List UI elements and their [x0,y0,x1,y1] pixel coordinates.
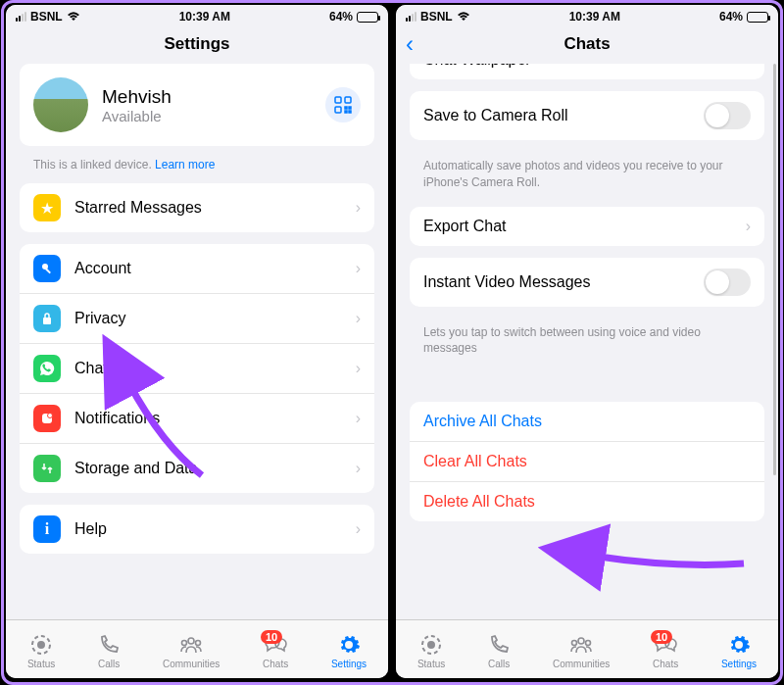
help-row[interactable]: i Help › [20,505,374,554]
chevron-right-icon: › [356,460,361,477]
save-camera-roll-note: Automatically save photos and videos you… [410,152,764,207]
chats-badge: 10 [261,630,282,644]
info-icon: i [33,515,61,543]
tab-status[interactable]: Status [27,633,55,669]
tab-status[interactable]: Status [417,633,445,669]
tab-calls[interactable]: Calls [98,633,120,669]
chevron-right-icon: › [356,199,361,217]
tab-chats[interactable]: Chats 10 [263,633,288,669]
chats-badge: 10 [651,630,672,644]
tab-calls[interactable]: Calls [488,633,510,669]
qr-code-button[interactable] [325,87,361,122]
privacy-row[interactable]: Privacy › [20,294,374,344]
clock: 10:39 AM [179,10,230,24]
chevron-right-icon: › [356,310,361,327]
svg-rect-2 [335,107,341,113]
chats-settings-screen: BSNL 10:39 AM 64% ‹ Chats Chat Wallpaper… [396,5,778,678]
svg-point-16 [196,641,201,646]
calls-icon [488,633,510,657]
signal-icon [16,12,26,22]
status-bar: BSNL 10:39 AM 64% [6,5,388,24]
key-icon [33,255,61,282]
wifi-icon [67,10,80,24]
export-chat-row[interactable]: Export Chat › [410,207,764,246]
wifi-icon [457,10,470,24]
tab-bar: Status Calls Communities Chats 10 Settin… [6,619,388,678]
avatar [33,77,88,132]
whatsapp-icon [33,355,61,382]
chevron-right-icon: › [356,520,361,538]
battery-percent: 64% [329,10,353,24]
storage-row[interactable]: Storage and Data › [20,444,374,493]
lock-icon [33,305,61,332]
tab-chats[interactable]: Chats 10 [653,633,678,669]
svg-rect-5 [345,111,347,113]
svg-rect-6 [349,111,351,113]
chevron-right-icon: › [356,260,361,277]
svg-point-20 [578,638,584,644]
storage-icon [33,455,61,482]
nav-bar: Settings [6,24,388,64]
svg-point-13 [38,642,44,648]
archive-all-chats-row[interactable]: Archive All Chats [410,402,764,442]
svg-rect-1 [345,97,351,103]
svg-point-11 [48,414,53,418]
starred-messages-row[interactable]: ★ Starred Messages › [20,183,374,232]
carrier-label: BSNL [420,10,453,24]
calls-icon [98,633,120,657]
status-bar: BSNL 10:39 AM 64% [396,5,778,24]
battery-icon [747,12,768,23]
chats-row[interactable]: Chats › [20,344,374,394]
save-camera-roll-row[interactable]: Save to Camera Roll [410,91,764,140]
instant-video-note: Lets you tap to switch between using voi… [410,318,764,373]
profile-status: Available [102,108,325,124]
save-camera-roll-toggle[interactable] [704,102,751,129]
battery-icon [357,12,378,23]
tab-bar: Status Calls Communities Chats 10 Settin… [396,619,778,678]
chevron-right-icon: › [356,410,361,427]
profile-name: Mehvish [102,86,325,108]
svg-point-17 [346,642,352,648]
svg-point-22 [586,641,591,646]
delete-all-chats-row[interactable]: Delete All Chats [410,482,764,521]
chevron-right-icon: › [356,360,361,377]
account-row[interactable]: Account › [20,244,374,294]
svg-point-23 [736,642,742,648]
clear-all-chats-row[interactable]: Clear All Chats [410,442,764,482]
linked-device-note: This is a linked device. Learn more [20,158,374,183]
gear-icon [337,633,361,657]
settings-screen: BSNL 10:39 AM 64% Settings Mehvish Avail… [6,5,388,678]
svg-rect-4 [349,107,351,109]
notifications-icon [33,405,61,432]
svg-point-15 [182,641,187,646]
notifications-row[interactable]: Notifications › [20,394,374,444]
clock: 10:39 AM [569,10,620,24]
gear-icon [727,633,751,657]
instant-video-toggle[interactable] [704,269,751,296]
status-icon [419,633,443,657]
tab-communities[interactable]: Communities [553,633,610,669]
tab-settings[interactable]: Settings [721,633,757,669]
learn-more-link[interactable]: Learn more [155,158,215,171]
page-title: Chats [564,34,610,54]
tab-communities[interactable]: Communities [163,633,220,669]
svg-point-14 [188,638,194,644]
chevron-right-icon: › [746,64,751,69]
star-icon: ★ [33,194,61,221]
svg-point-21 [572,641,577,646]
communities-icon [178,633,204,657]
status-icon [29,633,53,657]
communities-icon [568,633,594,657]
instant-video-messages-row[interactable]: Instant Video Messages [410,258,764,307]
profile-card[interactable]: Mehvish Available [20,64,374,146]
tab-settings[interactable]: Settings [331,633,367,669]
svg-point-19 [428,642,434,648]
carrier-label: BSNL [30,10,63,24]
back-button[interactable]: ‹ [406,30,414,58]
scrollbar[interactable] [773,64,776,475]
chat-wallpaper-row[interactable]: Chat Wallpaper › [410,64,764,79]
chevron-right-icon: › [746,218,751,235]
svg-rect-3 [345,107,347,109]
page-title: Settings [164,34,229,54]
nav-bar: ‹ Chats [396,24,778,64]
